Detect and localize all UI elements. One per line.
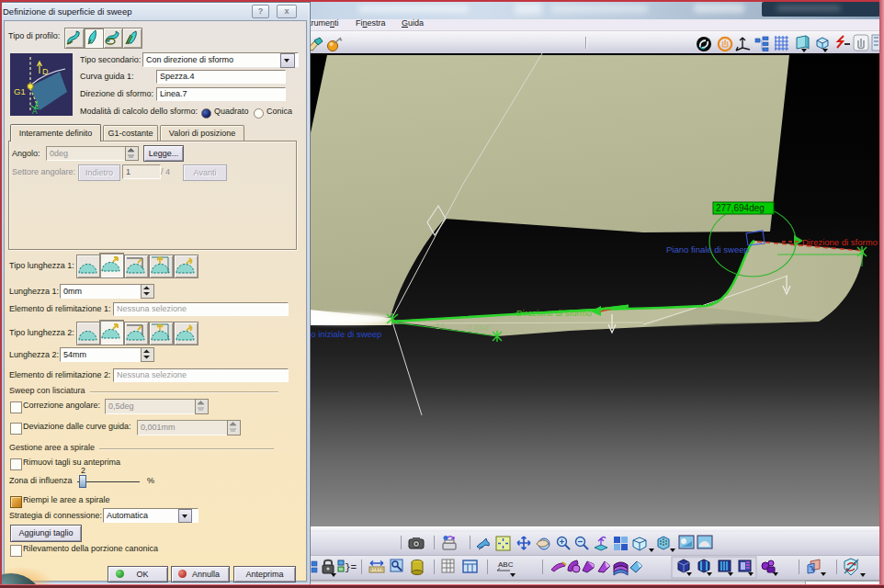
svg-text:no iniziale di sweep: no iniziale di sweep	[306, 329, 381, 339]
svg-text:Direzione di sformo: Direzione di sformo	[802, 237, 878, 247]
svg-text:Piano finale di sweep: Piano finale di sweep	[666, 244, 749, 254]
svg-text:D: D	[42, 67, 49, 76]
svg-text:277,694deg: 277,694deg	[716, 203, 765, 213]
svg-text:A: A	[32, 107, 38, 116]
svg-text:54: 54	[436, 322, 445, 331]
svg-text:}=: }=	[345, 562, 357, 573]
svg-text:ABC: ABC	[498, 560, 514, 569]
svg-text:-7,694°: -7,694°	[465, 323, 493, 333]
svg-text:G1: G1	[14, 86, 26, 96]
